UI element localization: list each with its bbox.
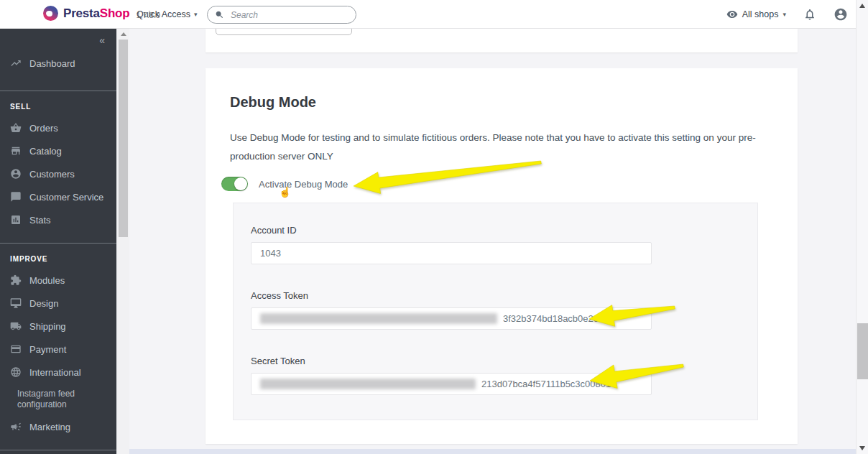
- credentials-panel: Account ID1043Access Token3f32b374bd18ac…: [233, 203, 758, 420]
- search-icon: [215, 10, 224, 19]
- scroll-down-arrow[interactable]: [859, 446, 865, 450]
- quick-access-menu[interactable]: Quick Access ▾: [137, 9, 198, 19]
- sidebar-item-label: Customer Service: [29, 192, 103, 203]
- chevron-down-icon: ▾: [782, 11, 786, 18]
- person-icon: [10, 168, 22, 180]
- all-shops-label: All shops: [742, 9, 779, 19]
- hand-cursor-icon: ☝: [279, 186, 291, 198]
- main-content: Debug Mode Use Debug Mode for testing an…: [129, 29, 856, 454]
- sidebar-scrollbar[interactable]: [116, 29, 129, 454]
- basket-icon: [10, 122, 22, 134]
- activate-debug-mode-toggle[interactable]: [221, 177, 248, 191]
- sidebar-section-header-sell: SELL: [0, 91, 116, 116]
- sidebar-item-label: Customers: [29, 169, 75, 180]
- sidebar-item-instagram-feed-configuration[interactable]: Instagram feed configuration: [0, 384, 96, 415]
- sidebar-item-customers[interactable]: Customers: [0, 162, 116, 185]
- account-id-input[interactable]: 1043: [251, 242, 652, 264]
- sidebar: « DashboardSELLOrdersCatalogCustomersCus…: [0, 29, 116, 454]
- sidebar-item-label: Modules: [29, 275, 65, 286]
- sidebar-item-stats[interactable]: Stats: [0, 208, 116, 231]
- sidebar-collapse-button[interactable]: «: [0, 29, 116, 47]
- toggle-label: Activate Debug Mode: [259, 179, 348, 190]
- sidebar-item-customer-service[interactable]: Customer Service: [0, 185, 116, 208]
- page-scrollbar-thumb[interactable]: [857, 323, 868, 379]
- truck-icon: [10, 320, 22, 332]
- field-value: 3f32b374bd18acb0e26c89: [503, 313, 614, 324]
- search-input[interactable]: [229, 9, 348, 21]
- secret-token-input[interactable]: 213d07bca4f57111b5c3c00801: [251, 373, 652, 395]
- redacted-value-blur: [260, 379, 476, 389]
- field-label-account-id: Account ID: [251, 225, 757, 236]
- section-description: Use Debug Mode for testing and to simula…: [230, 129, 770, 166]
- sidebar-scrollbar-thumb[interactable]: [119, 40, 128, 237]
- page-scrollbar[interactable]: [856, 0, 868, 454]
- header-right-controls: All shops ▾: [726, 0, 848, 29]
- sidebar-item-catalog[interactable]: Catalog: [0, 139, 116, 162]
- debug-mode-toggle-row: Activate Debug Mode ☝: [221, 177, 348, 191]
- card-icon: [10, 343, 22, 355]
- sidebar-item-international[interactable]: International: [0, 361, 116, 384]
- debug-mode-card: Debug Mode Use Debug Mode for testing an…: [206, 68, 798, 444]
- all-shops-selector[interactable]: All shops ▾: [726, 9, 786, 20]
- sidebar-item-design[interactable]: Design: [0, 292, 116, 315]
- sidebar-item-dashboard[interactable]: Dashboard: [0, 47, 116, 79]
- globe-icon: [10, 366, 22, 378]
- sidebar-item-orders[interactable]: Orders: [0, 116, 116, 139]
- sidebar-item-label: Design: [29, 298, 58, 309]
- sidebar-item-shipping[interactable]: Shipping: [0, 315, 116, 338]
- sidebar-scroll-up-arrow[interactable]: [121, 32, 126, 36]
- field-value: 213d07bca4f57111b5c3c00801: [481, 379, 611, 389]
- monitor-icon: [10, 297, 22, 309]
- prestashop-logo-icon: [43, 6, 58, 21]
- puzzle-icon: [10, 274, 22, 286]
- chat-icon: [10, 191, 22, 203]
- megaphone-icon: [10, 421, 22, 432]
- field-label-access-token: Access Token: [251, 290, 757, 301]
- stats-icon: [10, 214, 22, 226]
- scroll-up-arrow[interactable]: [859, 4, 865, 8]
- sidebar-item-label: Shipping: [29, 321, 66, 332]
- field-label-secret-token: Secret Token: [251, 356, 757, 366]
- chevron-down-icon: ▾: [194, 11, 198, 18]
- sidebar-item-label: Catalog: [29, 146, 62, 157]
- access-token-input[interactable]: 3f32b374bd18acb0e26c89: [251, 307, 652, 330]
- sidebar-item-label: Payment: [29, 344, 66, 355]
- bottom-strip: [129, 449, 856, 454]
- sidebar-item-label: Stats: [29, 215, 51, 226]
- sidebar-item-label: International: [29, 367, 81, 378]
- top-header: PrestaShop 1.7.8.9 Quick Access ▾ All sh…: [0, 0, 868, 29]
- sidebar-item-label: Dashboard: [29, 58, 75, 69]
- sidebar-item-marketing[interactable]: Marketing: [0, 415, 116, 438]
- previous-section-card: [206, 29, 798, 52]
- toggle-knob: [234, 177, 247, 190]
- section-title: Debug Mode: [230, 94, 316, 111]
- redacted-value-blur: [260, 313, 497, 324]
- trending-up-icon: [10, 57, 22, 69]
- notifications-bell-icon[interactable]: [803, 8, 816, 21]
- quick-access-label: Quick Access: [137, 9, 190, 19]
- user-avatar-icon[interactable]: [834, 7, 848, 22]
- sidebar-item-label: Marketing: [29, 422, 70, 432]
- sidebar-menu: DashboardSELLOrdersCatalogCustomersCusto…: [0, 47, 116, 454]
- sidebar-item-modules[interactable]: Modules: [0, 269, 116, 292]
- store-icon: [10, 145, 22, 157]
- sidebar-section-header-improve: IMPROVE: [0, 244, 116, 269]
- eye-icon: [726, 9, 738, 20]
- header-search[interactable]: [207, 6, 356, 24]
- sidebar-item-payment[interactable]: Payment: [0, 338, 116, 361]
- sidebar-item-label: Orders: [29, 123, 58, 134]
- sidebar-section-header-configure: CONFIGURE: [0, 450, 116, 454]
- field-value: 1043: [260, 248, 281, 259]
- prestashop-logo-text: PrestaShop: [63, 6, 129, 21]
